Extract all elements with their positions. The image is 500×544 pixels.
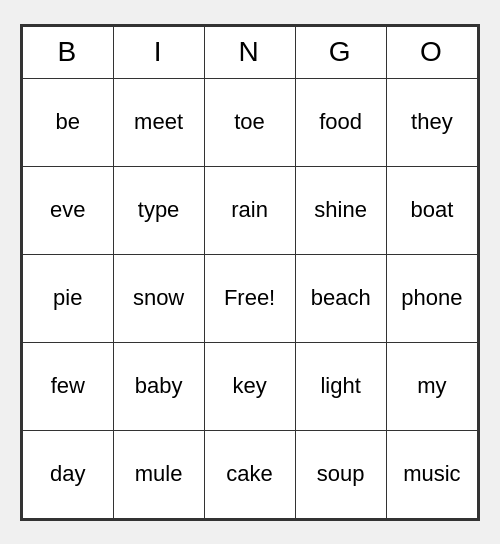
cell-r4-c0: day <box>23 430 114 518</box>
cell-r4-c1: mule <box>113 430 204 518</box>
cell-r2-c0: pie <box>23 254 114 342</box>
table-row: fewbabykeylightmy <box>23 342 478 430</box>
cell-r1-c3: shine <box>295 166 386 254</box>
table-row: evetyperainshineboat <box>23 166 478 254</box>
bingo-header: BINGO <box>23 26 478 78</box>
cell-r0-c0: be <box>23 78 114 166</box>
cell-r3-c1: baby <box>113 342 204 430</box>
table-row: piesnowFree!beachphone <box>23 254 478 342</box>
cell-r3-c4: my <box>386 342 477 430</box>
cell-r4-c4: music <box>386 430 477 518</box>
bingo-card: BINGO bemeettoefoodtheyevetyperainshineb… <box>20 24 480 521</box>
table-row: daymulecakesoupmusic <box>23 430 478 518</box>
header-cell-g: G <box>295 26 386 78</box>
bingo-body: bemeettoefoodtheyevetyperainshineboatpie… <box>23 78 478 518</box>
header-cell-n: N <box>204 26 295 78</box>
cell-r2-c3: beach <box>295 254 386 342</box>
cell-r4-c3: soup <box>295 430 386 518</box>
bingo-table: BINGO bemeettoefoodtheyevetyperainshineb… <box>22 26 478 519</box>
cell-r1-c2: rain <box>204 166 295 254</box>
header-cell-o: O <box>386 26 477 78</box>
cell-r0-c4: they <box>386 78 477 166</box>
cell-r3-c2: key <box>204 342 295 430</box>
cell-r3-c3: light <box>295 342 386 430</box>
header-cell-i: I <box>113 26 204 78</box>
cell-r0-c1: meet <box>113 78 204 166</box>
cell-r1-c0: eve <box>23 166 114 254</box>
cell-r2-c2: Free! <box>204 254 295 342</box>
cell-r0-c2: toe <box>204 78 295 166</box>
cell-r1-c1: type <box>113 166 204 254</box>
cell-r2-c1: snow <box>113 254 204 342</box>
header-cell-b: B <box>23 26 114 78</box>
cell-r2-c4: phone <box>386 254 477 342</box>
cell-r4-c2: cake <box>204 430 295 518</box>
cell-r3-c0: few <box>23 342 114 430</box>
cell-r1-c4: boat <box>386 166 477 254</box>
cell-r0-c3: food <box>295 78 386 166</box>
table-row: bemeettoefoodthey <box>23 78 478 166</box>
header-row: BINGO <box>23 26 478 78</box>
